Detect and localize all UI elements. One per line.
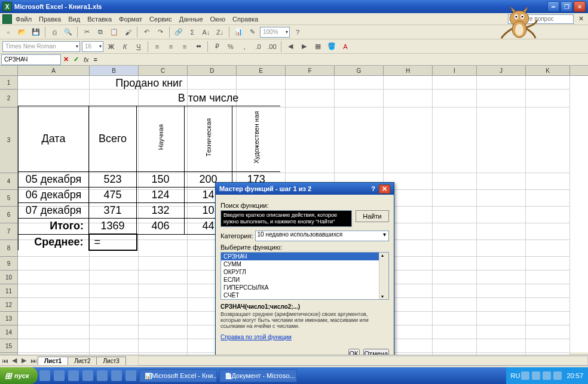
tab-nav-last-icon[interactable]: ⏭ xyxy=(29,356,38,365)
cell[interactable] xyxy=(526,107,570,173)
col-header[interactable]: G xyxy=(335,66,384,76)
col-header[interactable]: C xyxy=(139,66,188,76)
cell[interactable] xyxy=(286,90,335,107)
size-select[interactable]: 16 xyxy=(82,41,103,52)
quicklaunch-icon[interactable] xyxy=(39,370,50,381)
cell[interactable] xyxy=(526,312,570,325)
row-header[interactable]: 13 xyxy=(0,312,18,325)
dialog-help-icon[interactable]: ? xyxy=(371,185,375,192)
tab-nav-first-icon[interactable]: ⏮ xyxy=(0,356,10,365)
cell[interactable] xyxy=(90,284,139,298)
tray-icon[interactable] xyxy=(532,371,540,380)
cell[interactable] xyxy=(433,298,477,312)
menu-insert[interactable]: Вставка xyxy=(87,16,112,23)
cell[interactable] xyxy=(477,107,526,173)
row-header[interactable]: 11 xyxy=(0,284,18,298)
quicklaunch-icon[interactable] xyxy=(68,370,79,381)
menu-help[interactable]: Справка xyxy=(232,16,258,23)
row-header[interactable]: 15 xyxy=(0,339,18,353)
cell[interactable] xyxy=(433,76,477,90)
cell[interactable] xyxy=(526,207,570,223)
cell[interactable] xyxy=(433,257,477,271)
cell[interactable] xyxy=(433,223,477,240)
cell[interactable] xyxy=(18,271,90,284)
paste-icon[interactable]: 📋 xyxy=(108,26,120,38)
quicklaunch-icon[interactable] xyxy=(82,370,93,381)
system-tray[interactable]: RU 20:57 xyxy=(506,367,588,384)
quicklaunch-icon[interactable] xyxy=(111,370,122,381)
name-box[interactable]: СРЗНАЧ xyxy=(1,54,61,65)
minimize-button[interactable]: ━ xyxy=(547,1,559,12)
cell[interactable] xyxy=(90,312,139,325)
taskbar-task[interactable]: 📊 Microsoft Excel - Кни... xyxy=(139,369,217,382)
help-icon[interactable]: ? xyxy=(292,26,304,38)
col-header[interactable]: A xyxy=(18,66,90,76)
row-header[interactable]: 12 xyxy=(0,298,18,312)
comma-icon[interactable]: , xyxy=(238,41,250,53)
cell[interactable] xyxy=(18,339,90,353)
undo-icon[interactable]: ↶ xyxy=(140,26,152,38)
enter-icon[interactable]: ✓ xyxy=(74,56,79,63)
cell[interactable] xyxy=(526,223,570,240)
col-header[interactable]: B xyxy=(90,66,139,76)
cell[interactable] xyxy=(477,240,526,257)
scrollbar[interactable] xyxy=(379,253,388,299)
col-header[interactable]: D xyxy=(188,66,237,76)
cell[interactable] xyxy=(526,339,570,353)
cut-icon[interactable]: ✂ xyxy=(81,26,93,38)
col-header[interactable]: J xyxy=(477,66,526,76)
start-button[interactable]: ⊞пуск xyxy=(0,367,38,384)
cell[interactable] xyxy=(139,312,188,325)
cell[interactable] xyxy=(18,298,90,312)
cell[interactable] xyxy=(90,257,139,271)
dialog-titlebar[interactable]: Мастер функций - шаг 1 из 2 ? ✕ xyxy=(216,183,394,195)
cell[interactable] xyxy=(526,190,570,207)
doc-close-button[interactable]: ✕ xyxy=(576,14,586,24)
cell[interactable] xyxy=(18,325,90,339)
col-header[interactable]: F xyxy=(286,66,335,76)
tray-icon[interactable] xyxy=(553,371,562,380)
cell[interactable] xyxy=(384,76,433,90)
copy-icon[interactable]: ⧉ xyxy=(94,26,106,38)
row-header[interactable]: 5 xyxy=(0,190,18,207)
cell[interactable] xyxy=(286,107,335,173)
cell[interactable] xyxy=(90,298,139,312)
cell[interactable] xyxy=(433,107,477,173)
zoom-select[interactable]: 100% xyxy=(260,27,290,38)
sort-desc-icon[interactable]: Z↓ xyxy=(214,26,226,38)
cell[interactable] xyxy=(526,271,570,284)
close-button[interactable]: ✕ xyxy=(574,1,586,12)
cell[interactable] xyxy=(433,190,477,207)
cell[interactable] xyxy=(526,173,570,190)
cell[interactable] xyxy=(526,76,570,90)
cell[interactable] xyxy=(477,76,526,90)
menu-view[interactable]: Вид xyxy=(68,16,80,23)
cell[interactable] xyxy=(526,325,570,339)
sort-asc-icon[interactable]: A↓ xyxy=(200,26,212,38)
cell[interactable] xyxy=(139,298,188,312)
cell[interactable] xyxy=(477,207,526,223)
row-header[interactable]: 9 xyxy=(0,257,18,271)
taskbar-task[interactable]: 📄 Документ - Microso... xyxy=(219,369,297,382)
currency-icon[interactable]: ₽ xyxy=(211,41,223,53)
horizontal-scrollbar[interactable] xyxy=(138,356,588,365)
new-icon[interactable]: ▫ xyxy=(2,26,14,38)
tab-nav-prev-icon[interactable]: ◀ xyxy=(10,356,19,365)
cell[interactable] xyxy=(477,257,526,271)
row-header[interactable]: 1 xyxy=(0,76,18,90)
align-left-icon[interactable]: ≡ xyxy=(151,41,163,53)
underline-icon[interactable]: Ч xyxy=(133,41,145,53)
cell[interactable] xyxy=(433,207,477,223)
cell[interactable] xyxy=(433,271,477,284)
row-header[interactable]: 7 xyxy=(0,223,18,240)
font-select[interactable]: Times New Roman xyxy=(2,41,80,52)
cell[interactable] xyxy=(477,271,526,284)
cell[interactable] xyxy=(433,312,477,325)
fx-icon[interactable]: fx xyxy=(84,56,89,63)
redo-icon[interactable]: ↷ xyxy=(154,26,166,38)
link-icon[interactable]: 🔗 xyxy=(173,26,185,38)
cell[interactable] xyxy=(335,90,384,107)
cell[interactable] xyxy=(433,339,477,353)
align-right-icon[interactable]: ≡ xyxy=(179,41,191,53)
row-header[interactable]: 14 xyxy=(0,325,18,339)
